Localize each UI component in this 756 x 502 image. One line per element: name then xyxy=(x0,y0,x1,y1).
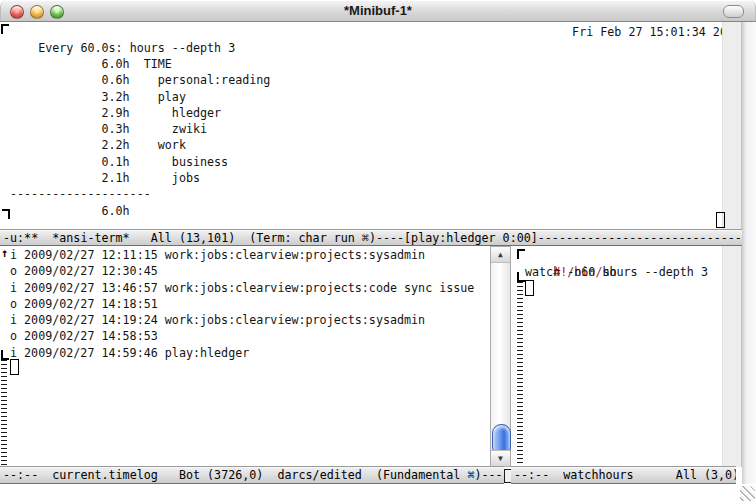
text-line: i 2009/02/27 14:19:24 work:jobs:clearvie… xyxy=(10,312,474,328)
text-line: 0.3h zwiki xyxy=(10,121,270,137)
watch-command-label: Every 60.0s: hours --depth 3 xyxy=(38,41,235,55)
fringe-scroll-up-arrow-icon: ↑ xyxy=(1,247,8,259)
text-line: -------------------- xyxy=(10,186,270,202)
text-line: 0.6h personal:reading xyxy=(10,72,270,88)
fringe-buffer-end-icon xyxy=(517,272,525,282)
terminal-cursor-hollow xyxy=(716,212,725,228)
titlebar[interactable]: *Minibuf-1* xyxy=(0,0,756,22)
hours-report: 6.0h TIME 0.6h personal:reading 3.2h pla… xyxy=(10,56,270,219)
text-line: o 2009/02/27 12:30:45 xyxy=(10,263,474,279)
toolbar-toggle-button[interactable] xyxy=(723,5,744,18)
text-line: 2.1h jobs xyxy=(10,170,270,186)
timelog-scrollbar[interactable]: ▲ ▼ xyxy=(490,246,511,467)
script-command-line: watch -n60 hours --depth 3 xyxy=(525,264,708,280)
window-title: *Minibuf-1* xyxy=(0,3,756,18)
text-line: 6.0h xyxy=(10,203,270,219)
text-line: 3.2h play xyxy=(10,89,270,105)
fringe-empty-lines-icon xyxy=(1,360,7,466)
scrollbar-down-arrow[interactable]: ▼ xyxy=(491,450,510,466)
text-line: 2.9h hledger xyxy=(10,105,270,121)
script-cursor-hollow xyxy=(525,280,534,296)
watch-timestamp: Fri Feb 27 15:01:34 2009 xyxy=(572,24,741,40)
text-line: o 2009/02/27 14:18:51 xyxy=(10,296,474,312)
minibuffer[interactable]: Redo: (ansi-term "/Users/simon/bin/watch… xyxy=(0,484,756,502)
text-line: 2.2h work xyxy=(10,137,270,153)
text-line: i 2009/02/27 12:11:15 work:jobs:clearvie… xyxy=(10,247,474,263)
text-line: 0.1h business xyxy=(10,154,270,170)
scrollbar-track-right xyxy=(722,246,742,467)
modeline-ansi-term: -u:** *ansi-term* All (13,101) (Term: ch… xyxy=(0,230,742,246)
fringe-buffer-start-icon xyxy=(517,249,525,259)
modeline-watchhours: --:-- watchhours All (3,0) xyxy=(511,467,736,484)
fringe-buffer-end-icon xyxy=(1,350,9,360)
scrollbar-up-arrow[interactable]: ▲ xyxy=(491,247,510,263)
resize-grip[interactable] xyxy=(740,486,755,501)
text-line: i 2009/02/27 13:46:57 work:jobs:clearvie… xyxy=(10,280,474,296)
minibuffer-message: Redo: (ansi-term "/Users/simon/bin/watch… xyxy=(8,485,381,502)
text-line: o 2009/02/27 14:58:53 xyxy=(10,328,474,344)
timelog-entries: i 2009/02/27 12:11:15 work:jobs:clearvie… xyxy=(10,247,474,361)
text-line: 6.0h TIME xyxy=(10,56,270,72)
text-line: i 2009/02/27 14:59:46 play:hledger xyxy=(10,345,474,361)
modeline-timelog: --:-- current.timelog Bot (3726,0) darcs… xyxy=(0,467,504,484)
fringe-empty-lines-icon xyxy=(517,282,523,466)
emacs-window: *Minibuf-1* Every 60.0s: hours --depth 3… xyxy=(0,0,756,502)
timelog-cursor-hollow xyxy=(10,359,19,375)
fringe-buffer-end-icon xyxy=(2,209,10,219)
scrollbar-track-top xyxy=(722,22,742,230)
fringe-buffer-start-icon xyxy=(1,24,9,34)
window-frame-edge xyxy=(742,22,756,484)
